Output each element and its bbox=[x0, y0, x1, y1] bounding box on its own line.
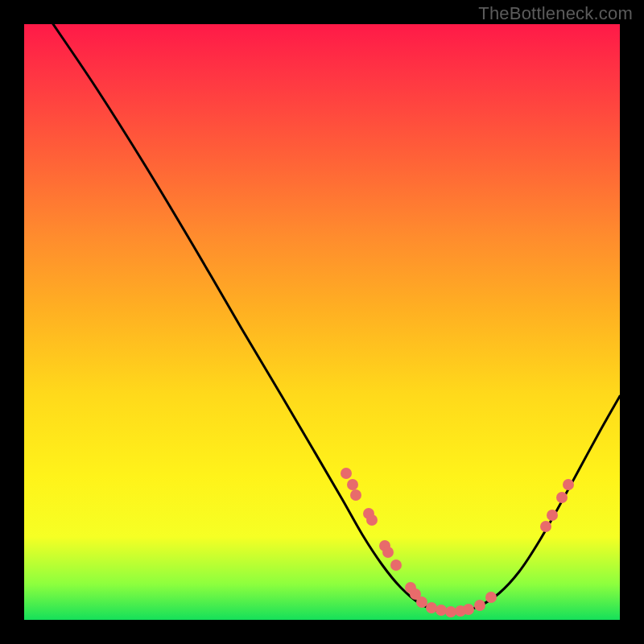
watermark-text: TheBottleneck.com bbox=[478, 3, 633, 24]
data-dot bbox=[463, 604, 474, 615]
data-dot bbox=[547, 510, 558, 521]
data-dot bbox=[474, 600, 485, 611]
data-dot bbox=[563, 479, 574, 490]
data-dot bbox=[426, 602, 437, 613]
data-dot bbox=[485, 592, 497, 603]
data-dot bbox=[382, 547, 394, 558]
curve-layer bbox=[24, 24, 620, 620]
data-dot bbox=[390, 559, 402, 571]
chart-frame: TheBottleneck.com bbox=[0, 0, 644, 644]
data-dot bbox=[416, 597, 427, 608]
data-dot bbox=[540, 521, 551, 532]
data-dot bbox=[350, 489, 361, 501]
bottleneck-curve bbox=[53, 24, 620, 613]
data-dot bbox=[556, 492, 568, 503]
data-dot bbox=[436, 605, 447, 616]
data-dot bbox=[445, 606, 456, 617]
data-dot bbox=[341, 468, 352, 479]
data-dot bbox=[347, 479, 358, 490]
plot-area bbox=[24, 24, 620, 620]
data-dot bbox=[366, 514, 378, 526]
